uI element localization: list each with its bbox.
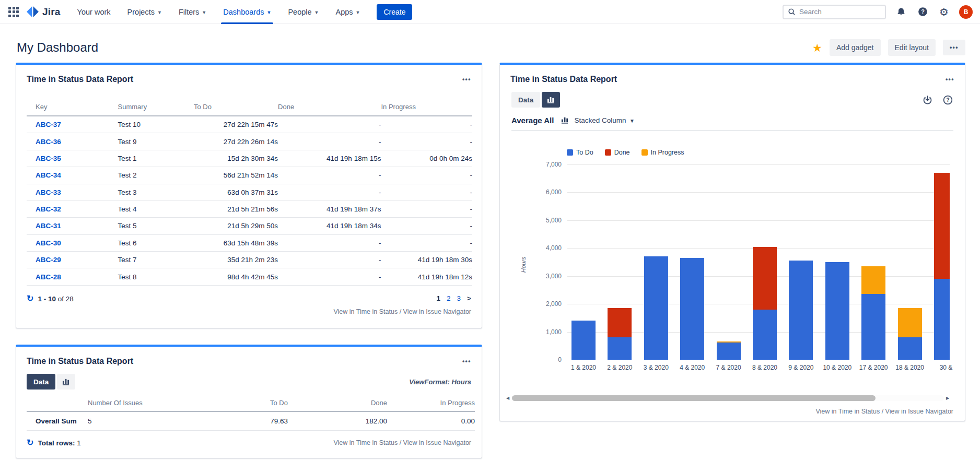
issue-key-link[interactable]: ABC-34 xyxy=(36,171,61,179)
refresh-icon[interactable]: ↻ xyxy=(27,294,33,303)
app-switcher-icon[interactable] xyxy=(8,7,19,17)
chevron-down-icon: ▼ xyxy=(314,10,319,15)
scroll-left-icon[interactable]: ◀ xyxy=(505,396,510,400)
avatar[interactable]: B xyxy=(959,5,973,19)
top-nav: Jira Your workProjects▼Filters▼Dashboard… xyxy=(0,0,980,24)
bar-segment-in-progress[interactable] xyxy=(717,341,741,343)
create-button[interactable]: Create xyxy=(377,4,412,20)
gadget-more-button[interactable]: ••• xyxy=(462,76,471,83)
legend-label: To Do xyxy=(576,149,593,156)
gadget-footer-links: View in Time in Status / View in Issue N… xyxy=(27,308,471,315)
chart-horizontal-scrollbar[interactable]: ◀ ▶ xyxy=(505,395,950,402)
issue-in-progress-time: - xyxy=(381,184,472,200)
gadget-more-button[interactable]: ••• xyxy=(462,358,471,365)
issue-key-link[interactable]: ABC-29 xyxy=(36,256,61,264)
issue-row: ABC-37Test 1027d 22h 15m 47s-- xyxy=(27,116,472,133)
issue-done-time: - xyxy=(278,184,381,200)
bar-segment-done[interactable] xyxy=(608,308,632,337)
scrollbar-track[interactable] xyxy=(511,395,944,401)
issue-key-link[interactable]: ABC-28 xyxy=(36,273,61,281)
y-axis-tick-label: 1,000 xyxy=(500,328,562,336)
footer-link-1[interactable]: View in Time in Status xyxy=(333,439,398,446)
footer-link-1[interactable]: View in Time in Status xyxy=(815,408,880,415)
page-2[interactable]: 2 xyxy=(447,294,451,302)
y-axis-tick-label: 6,000 xyxy=(500,188,562,196)
bar-segment-to-do[interactable] xyxy=(825,262,849,360)
download-icon[interactable] xyxy=(922,95,933,105)
nav-item-filters[interactable]: Filters▼ xyxy=(177,0,208,24)
bar-segment-to-do[interactable] xyxy=(898,337,922,360)
chart-type-select[interactable]: Stacked Column ▼ xyxy=(574,115,634,125)
footer-link-2[interactable]: View in Issue Navigator xyxy=(885,408,953,415)
legend-item-in-progress[interactable]: In Progress xyxy=(641,149,684,156)
bar-segment-done[interactable] xyxy=(934,173,950,279)
bar-segment-to-do[interactable] xyxy=(753,310,777,360)
issue-in-progress-time: 41d 19h 18m 12s xyxy=(381,268,472,285)
col-header-number-of-issues: Number Of Issues xyxy=(88,396,187,411)
gadget-more-button[interactable]: ••• xyxy=(946,76,954,83)
issue-key-link[interactable]: ABC-33 xyxy=(36,188,61,196)
bar-segment-to-do[interactable] xyxy=(680,258,704,360)
footer-link-2[interactable]: View in Issue Navigator xyxy=(403,439,471,446)
chart-view-tab[interactable] xyxy=(57,374,75,390)
chart-view-tab[interactable] xyxy=(542,92,560,108)
jira-logo-text: Jira xyxy=(42,6,61,18)
x-axis-label: 17 & 2020 xyxy=(855,364,892,371)
legend-item-done[interactable]: Done xyxy=(605,149,630,156)
footer-link-2[interactable]: View in Issue Navigator xyxy=(403,308,471,315)
bar-segment-to-do[interactable] xyxy=(717,343,741,360)
legend-label: Done xyxy=(614,149,630,156)
footer-link-1[interactable]: View in Time in Status xyxy=(333,308,398,315)
issue-key-link[interactable]: ABC-30 xyxy=(36,239,61,247)
refresh-icon[interactable]: ↻ xyxy=(27,438,33,447)
next-page-button[interactable]: > xyxy=(467,294,471,302)
issue-key-link[interactable]: ABC-31 xyxy=(36,222,61,230)
col-header-summary: Summary xyxy=(118,100,194,116)
bar-segment-to-do[interactable] xyxy=(608,337,632,360)
bar-segment-to-do[interactable] xyxy=(571,321,596,360)
x-axis-labels: 1 & 20202 & 20203 & 20204 & 20207 & 2020… xyxy=(567,364,958,373)
notifications-bell-icon[interactable] xyxy=(895,6,907,18)
issue-key-link[interactable]: ABC-35 xyxy=(36,155,61,162)
favorite-star-icon[interactable]: ★ xyxy=(812,42,822,53)
chart-plot-area xyxy=(567,164,950,360)
issue-key-link[interactable]: ABC-32 xyxy=(36,205,61,213)
data-view-tab[interactable]: Data xyxy=(27,374,55,390)
page-1[interactable]: 1 xyxy=(437,294,441,302)
issue-key-link[interactable]: ABC-37 xyxy=(36,121,61,128)
bar-segment-to-do[interactable] xyxy=(789,261,813,360)
page-3[interactable]: 3 xyxy=(457,294,461,302)
bar-segment-in-progress[interactable] xyxy=(898,308,922,337)
chart-legend: To DoDoneIn Progress xyxy=(567,149,684,156)
scrollbar-thumb[interactable] xyxy=(512,395,876,401)
nav-item-your-work[interactable]: Your work xyxy=(75,0,113,24)
chart-help-icon[interactable]: ? xyxy=(942,95,953,105)
stacked-column-chart: To DoDoneIn Progress Hours 01,0002,0003,… xyxy=(500,131,965,421)
jira-logo[interactable]: Jira xyxy=(26,5,61,18)
search-input[interactable] xyxy=(799,8,872,16)
edit-layout-button[interactable]: Edit layout xyxy=(888,39,936,56)
nav-item-dashboards[interactable]: Dashboards▼ xyxy=(221,0,273,24)
bar-segment-to-do[interactable] xyxy=(861,294,885,360)
nav-item-apps[interactable]: Apps▼ xyxy=(333,0,362,24)
nav-item-projects[interactable]: Projects▼ xyxy=(125,0,164,24)
col-header-todo: To Do xyxy=(194,100,278,116)
bar-segment-to-do[interactable] xyxy=(934,279,950,360)
legend-item-to-do[interactable]: To Do xyxy=(567,149,593,156)
issue-key-link[interactable]: ABC-36 xyxy=(36,138,61,146)
dashboard-more-button[interactable]: ••• xyxy=(943,40,965,55)
bar-segment-done[interactable] xyxy=(753,247,777,310)
nav-item-people[interactable]: People▼ xyxy=(286,0,321,24)
bar-segment-in-progress[interactable] xyxy=(861,266,885,294)
bar-10and2020 xyxy=(825,164,849,360)
search-box[interactable] xyxy=(783,5,886,19)
add-gadget-button[interactable]: Add gadget xyxy=(830,39,881,56)
help-icon[interactable]: ? xyxy=(916,6,929,18)
settings-gear-icon[interactable]: ⚙ xyxy=(938,6,950,18)
bar-segment-to-do[interactable] xyxy=(644,256,668,360)
issue-todo-time: 98d 4h 42m 45s xyxy=(194,268,278,285)
scroll-right-icon[interactable]: ▶ xyxy=(945,396,950,400)
pagination-pages: 123> xyxy=(437,294,471,302)
data-view-tab[interactable]: Data xyxy=(511,92,540,108)
issue-summary: Test 4 xyxy=(118,200,194,217)
